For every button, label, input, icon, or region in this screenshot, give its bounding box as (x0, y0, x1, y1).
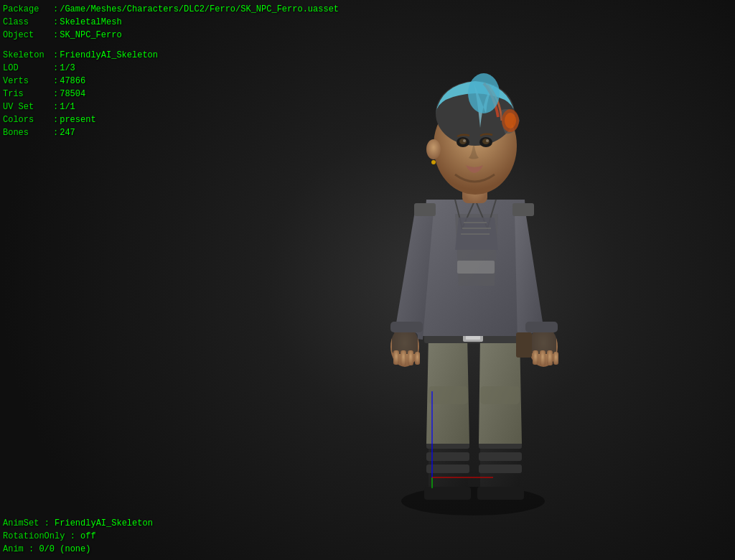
anim-label: Anim (3, 544, 24, 554)
svg-rect-26 (553, 352, 558, 365)
skeleton-label: Skeleton (3, 49, 52, 62)
verts-label: Verts (3, 75, 52, 88)
svg-rect-43 (390, 322, 423, 332)
animset-label: AnimSet (3, 518, 39, 528)
uvset-value: 1/1 (60, 101, 75, 113)
verts-value: 47866 (60, 75, 85, 88)
skeleton-value: FriendlyAI_Skeleton (60, 49, 158, 62)
svg-rect-20 (415, 352, 420, 365)
rotonly-value: off (80, 531, 96, 541)
svg-point-37 (463, 139, 466, 142)
class-value: SkeletalMesh (60, 16, 121, 29)
bones-value: 247 (60, 126, 75, 139)
svg-rect-18 (401, 350, 406, 366)
colors-value: present (60, 113, 95, 126)
object-value: SK_NPC_Ferro (60, 29, 121, 42)
svg-point-38 (486, 139, 489, 142)
svg-point-32 (505, 113, 516, 129)
package-value: /Game/Meshes/Characters/DLC2/Ferro/SK_NP… (60, 3, 339, 16)
rotonly-label: RotationOnly (3, 531, 65, 541)
svg-rect-19 (408, 350, 413, 365)
svg-rect-42 (512, 203, 534, 216)
lod-label: LOD (3, 62, 52, 75)
svg-rect-44 (525, 322, 558, 332)
viewport[interactable]: Package : /Game/Meshes/Characters/DLC2/F… (0, 0, 735, 560)
bones-label: Bones (3, 126, 52, 139)
animset-value: FriendlyAI_Skeleton (55, 518, 153, 528)
svg-rect-45 (516, 332, 532, 358)
package-label: Package (3, 3, 52, 16)
class-label: Class (3, 16, 52, 29)
svg-rect-17 (393, 350, 399, 365)
bottom-panel: AnimSet : FriendlyAI_Skeleton RotationOn… (3, 517, 153, 556)
info-panel: Package : /Game/Meshes/Characters/DLC2/F… (3, 3, 339, 139)
svg-rect-41 (414, 203, 436, 216)
svg-point-40 (431, 160, 436, 164)
svg-rect-24 (540, 350, 546, 366)
anim-value: 0/0 (none) (39, 544, 90, 554)
colors-label: Colors (3, 113, 52, 126)
svg-rect-25 (547, 350, 553, 365)
svg-rect-23 (533, 350, 538, 365)
lod-value: 1/3 (60, 62, 75, 75)
svg-point-30 (468, 73, 500, 113)
object-label: Object (3, 29, 52, 42)
svg-point-39 (426, 139, 441, 159)
tris-value: 78504 (60, 88, 85, 101)
uvset-label: UV Set (3, 101, 52, 113)
axis-lines (360, 384, 504, 492)
tris-label: Tris (3, 88, 52, 101)
svg-rect-14 (457, 261, 495, 274)
